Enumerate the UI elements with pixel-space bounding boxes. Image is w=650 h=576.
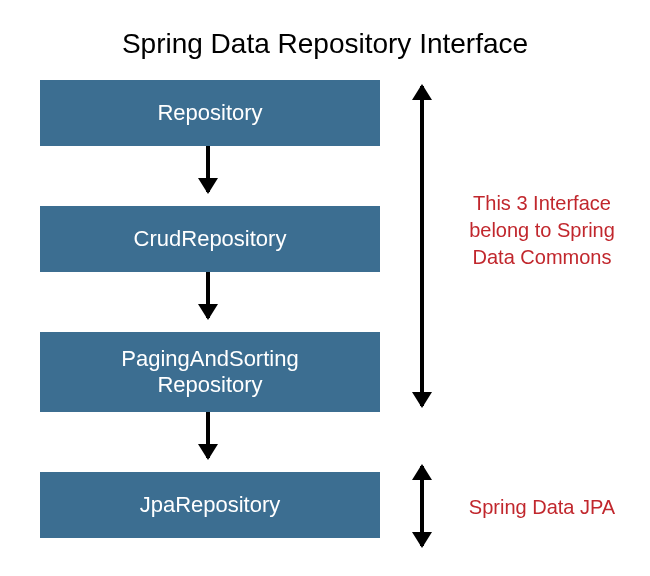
arrow-down-icon [206,412,210,458]
box-jpa-repository: JpaRepository [40,472,380,538]
box-crud-repository: CrudRepository [40,206,380,272]
note-spring-data-commons: This 3 Interface belong to Spring Data C… [452,190,632,271]
box-label: Repository [157,100,262,126]
diagram-title: Spring Data Repository Interface [0,0,650,80]
box-label: JpaRepository [140,492,281,518]
diagram-canvas: Repository CrudRepository PagingAndSorti… [0,80,650,560]
arrow-down-icon [206,272,210,318]
arrow-down-icon [206,146,210,192]
box-repository: Repository [40,80,380,146]
box-paging-sorting-repository: PagingAndSorting Repository [40,332,380,412]
bracket-arrow-icon [420,466,424,546]
box-label: CrudRepository [134,226,287,252]
box-label: PagingAndSorting Repository [121,346,298,399]
note-spring-data-jpa: Spring Data JPA [452,494,632,521]
bracket-arrow-icon [420,86,424,406]
